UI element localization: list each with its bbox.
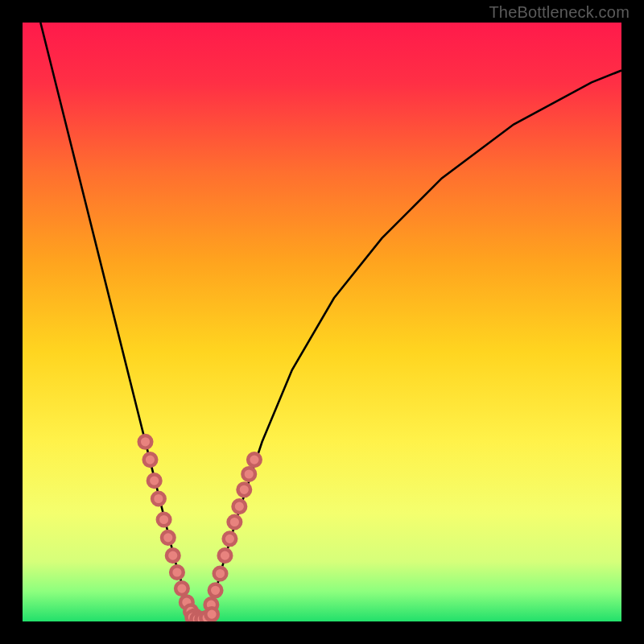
data-point bbox=[148, 474, 161, 487]
data-point bbox=[158, 514, 171, 526]
data-point bbox=[162, 531, 175, 544]
data-point bbox=[219, 549, 232, 562]
watermark-text: TheBottleneck.com bbox=[489, 3, 630, 22]
chart-frame: TheBottleneck.com bbox=[0, 0, 644, 644]
data-point bbox=[237, 484, 250, 497]
data-point bbox=[248, 453, 261, 466]
data-point bbox=[229, 516, 242, 529]
data-points bbox=[139, 436, 261, 621]
data-point bbox=[214, 568, 227, 580]
data-point bbox=[242, 468, 255, 481]
data-point bbox=[224, 533, 237, 546]
data-point bbox=[209, 584, 222, 597]
chart-svg bbox=[23, 23, 621, 621]
bottleneck-curve bbox=[40, 23, 621, 618]
data-point bbox=[205, 608, 218, 621]
data-point bbox=[139, 436, 152, 448]
data-point bbox=[167, 549, 180, 562]
data-point bbox=[171, 566, 184, 579]
data-point bbox=[233, 500, 246, 513]
plot-area bbox=[23, 23, 621, 621]
data-point bbox=[175, 582, 188, 595]
data-point bbox=[152, 493, 165, 506]
data-point bbox=[144, 453, 157, 466]
